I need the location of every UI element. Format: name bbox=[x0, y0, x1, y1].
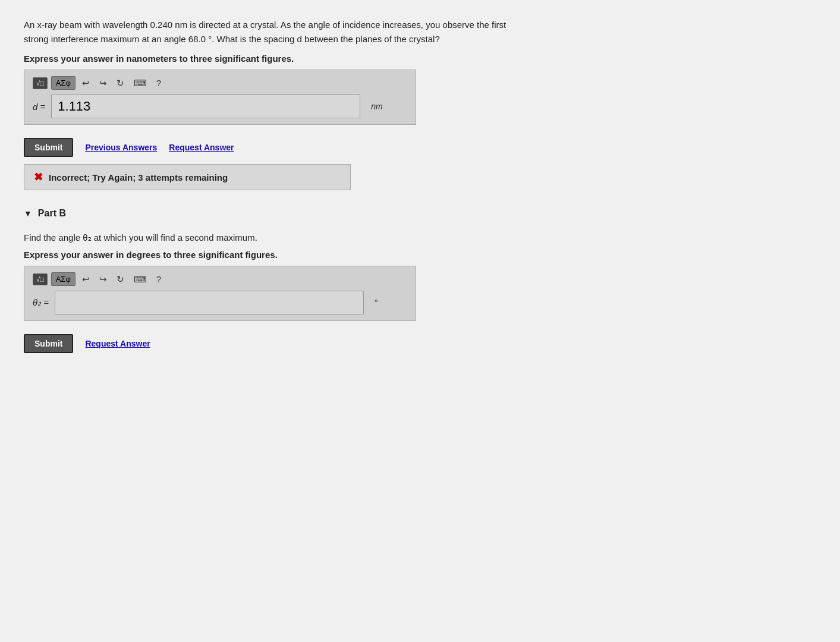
part-a-actions: Submit Previous Answers Request Answer bbox=[24, 138, 816, 157]
part-b-title: Part B bbox=[38, 208, 66, 219]
part-b-refresh-icon[interactable]: ↻ bbox=[114, 273, 127, 286]
part-b-matrix-button[interactable]: √□ bbox=[33, 273, 48, 285]
help-icon[interactable]: ? bbox=[153, 77, 164, 89]
d-equals-label: d = bbox=[33, 102, 45, 112]
part-b-keyboard-icon[interactable]: ⌨ bbox=[131, 273, 150, 286]
part-b-section: ▼ Part B Find the angle θ₂ at which you … bbox=[24, 208, 816, 353]
feedback-box: ✖ Incorrect; Try Again; 3 attempts remai… bbox=[24, 164, 351, 190]
part-a-toolbar: √□ ΑΣφ ↩ ↪ ↻ ⌨ ? bbox=[33, 76, 407, 90]
part-b-question: Find the angle θ₂ at which you will find… bbox=[24, 231, 618, 245]
greek-button[interactable]: ΑΣφ bbox=[51, 76, 75, 90]
chevron-down-icon[interactable]: ▼ bbox=[24, 209, 32, 218]
theta-equals-label: θ₂ = bbox=[33, 297, 49, 308]
theta-input[interactable] bbox=[55, 291, 364, 314]
part-b-undo-icon[interactable]: ↩ bbox=[79, 273, 93, 286]
keyboard-icon[interactable]: ⌨ bbox=[131, 77, 150, 90]
refresh-icon[interactable]: ↻ bbox=[114, 77, 127, 90]
part-b-redo-icon[interactable]: ↪ bbox=[96, 273, 110, 286]
undo-icon[interactable]: ↩ bbox=[79, 77, 93, 90]
part-b-header: ▼ Part B bbox=[24, 208, 816, 219]
part-b-greek-button[interactable]: ΑΣφ bbox=[51, 272, 75, 286]
part-b-actions: Submit Request Answer bbox=[24, 334, 816, 353]
part-b-request-answer-link[interactable]: Request Answer bbox=[85, 339, 150, 348]
request-answer-link[interactable]: Request Answer bbox=[169, 143, 234, 152]
part-b-express: Express your answer in degrees to three … bbox=[24, 250, 816, 260]
part-b-input-row: θ₂ = ° bbox=[33, 291, 407, 314]
part-b-help-icon[interactable]: ? bbox=[153, 273, 164, 285]
express-instructions: Express your answer in nanometers to thr… bbox=[24, 54, 816, 64]
part-a-answer-box: √□ ΑΣφ ↩ ↪ ↻ ⌨ ? d = nm bbox=[24, 70, 416, 125]
feedback-text: Incorrect; Try Again; 3 attempts remaini… bbox=[49, 172, 228, 182]
previous-answers-link[interactable]: Previous Answers bbox=[85, 143, 157, 152]
part-b-submit-button[interactable]: Submit bbox=[24, 334, 73, 353]
d-input[interactable] bbox=[51, 95, 360, 118]
part-b-answer-box: √□ ΑΣφ ↩ ↪ ↻ ⌨ ? θ₂ = ° bbox=[24, 266, 416, 321]
redo-icon[interactable]: ↪ bbox=[96, 77, 110, 90]
unit-degree: ° bbox=[375, 298, 378, 307]
part-a-input-row: d = nm bbox=[33, 95, 407, 118]
x-icon: ✖ bbox=[34, 171, 43, 184]
submit-button[interactable]: Submit bbox=[24, 138, 73, 157]
part-b-toolbar: √□ ΑΣφ ↩ ↪ ↻ ⌨ ? bbox=[33, 272, 407, 286]
problem-text: An x-ray beam with wavelength 0.240 nm i… bbox=[24, 18, 678, 46]
unit-nm: nm bbox=[371, 102, 382, 111]
matrix-button[interactable]: √□ bbox=[33, 77, 48, 89]
